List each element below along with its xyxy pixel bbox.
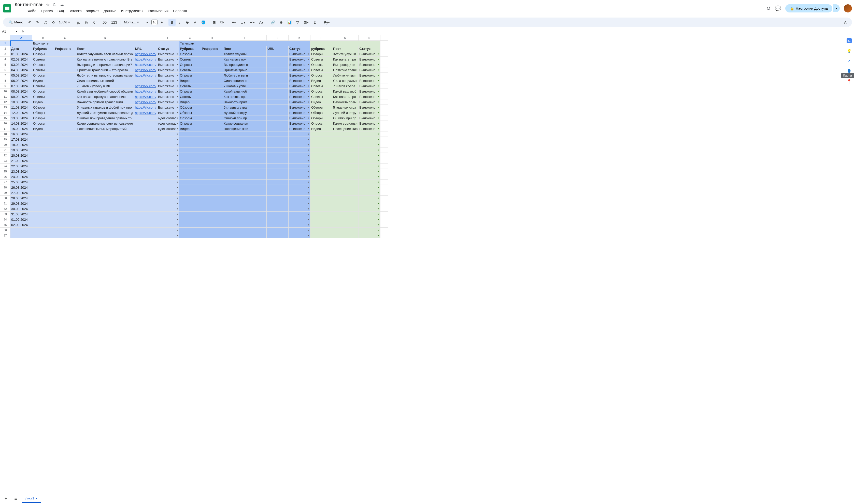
cell[interactable] [32,185,54,190]
cell-date[interactable]: 04.08.2024 [11,67,32,73]
cell-g-post[interactable]: Лучший инстру [332,110,359,115]
cell[interactable] [311,185,332,190]
cell-tg-post[interactable]: 5 главных стра [223,105,267,110]
cell[interactable] [32,142,54,147]
cell-status[interactable]: Выложено▼ [157,73,179,78]
cell-g-status[interactable]: Выложено▼ [359,73,380,78]
cell[interactable]: ▼ [289,190,311,196]
dropdown-arrow[interactable]: ▼ [176,208,178,210]
cell[interactable] [223,217,267,222]
dropdown-arrow[interactable]: ▼ [176,85,178,87]
cell[interactable]: ▼ [289,163,311,169]
cell[interactable] [311,169,332,174]
cell-post[interactable]: Какие социальные сети используете [76,121,134,126]
cell[interactable] [332,228,359,233]
cell-tg-status[interactable]: Выложено▼ [289,121,311,126]
cell[interactable] [332,190,359,196]
cell-url[interactable]: https://vk.com/ [134,57,157,62]
row-header-32[interactable]: 32 [0,206,11,212]
cell-tg-rubric[interactable]: Видео [179,78,201,84]
dropdown-arrow[interactable]: ▼ [378,112,380,114]
dropdown-arrow[interactable]: ▼ [176,64,178,66]
cell[interactable] [179,190,201,196]
sheets-logo[interactable] [3,4,11,13]
cell-date[interactable]: 07.08.2024 [11,84,32,89]
cell-tg-status[interactable]: Выложено▼ [289,62,311,67]
dropdown-arrow[interactable]: ▼ [176,213,178,215]
cell-tg-ref[interactable] [201,62,223,67]
cell[interactable] [179,228,201,233]
cell[interactable] [54,212,76,217]
history-icon[interactable]: ↺ [766,5,771,12]
dropdown-arrow[interactable]: ▼ [308,128,310,130]
cell-tg-ref[interactable] [201,67,223,73]
cell[interactable] [311,142,332,147]
dropdown-arrow[interactable]: ▼ [308,229,310,231]
cell[interactable] [32,153,54,158]
dropdown-arrow[interactable]: ▼ [308,224,310,226]
cell-g-rubric[interactable]: Обзоры [311,115,332,121]
dropdown-arrow[interactable]: ▼ [378,53,380,55]
cell-date[interactable]: 26.08.2024 [11,185,32,190]
row-header-24[interactable]: 24 [0,163,11,169]
row-header-36[interactable]: 36 [0,228,11,233]
cell[interactable] [76,222,134,228]
dropdown-arrow[interactable]: ▼ [176,224,178,226]
cell[interactable] [54,147,76,153]
cell[interactable] [267,163,289,169]
row-header-6[interactable]: 6 [0,67,11,73]
dropdown-arrow[interactable]: ▼ [176,96,178,98]
cell[interactable] [54,158,76,163]
dropdown-arrow[interactable]: ▼ [378,234,380,237]
cell-rubric[interactable]: Опросы [32,73,54,78]
cell[interactable] [54,190,76,196]
cell-date[interactable]: 11.08.2024 [11,105,32,110]
dropdown-arrow[interactable]: ▼ [378,192,380,194]
cell[interactable] [76,206,134,212]
cell-tg-url[interactable] [267,89,289,94]
cell-date[interactable]: 24.08.2024 [11,174,32,180]
cell-tg-url[interactable] [267,51,289,57]
cell-tg-post[interactable]: Ошибки при пр [223,115,267,121]
cell-tg-post[interactable]: Лучший инстру [223,110,267,115]
cell[interactable]: ▼ [289,169,311,174]
cell[interactable] [134,158,157,163]
dropdown-arrow[interactable]: ▼ [308,218,310,221]
cell[interactable] [134,142,157,147]
cell[interactable] [201,163,223,169]
cell-date[interactable]: 03.08.2024 [11,62,32,67]
dropdown-arrow[interactable]: ▼ [176,74,178,76]
cell[interactable]: ▼ [359,137,380,142]
dropdown-arrow[interactable]: ▼ [378,85,380,87]
cell-tg-ref[interactable] [201,73,223,78]
cell-tg-rubric[interactable]: Советы [179,94,201,100]
menu-данные[interactable]: Данные [102,8,119,14]
row-header-33[interactable]: 33 [0,212,11,217]
cell-tg-rubric[interactable]: Обзоры [179,110,201,115]
cell[interactable] [223,212,267,217]
hdr-date[interactable]: Дата [11,46,32,51]
cell[interactable]: ▼ [157,201,179,206]
cell-g-status[interactable]: Выложено▼ [359,84,380,89]
filter-views-button[interactable]: ⊡▾ [302,19,311,26]
redo-button[interactable]: ↷ [34,19,41,26]
dropdown-arrow[interactable]: ▼ [378,128,380,130]
cell[interactable]: ▼ [157,158,179,163]
cell[interactable] [32,206,54,212]
cell[interactable] [223,180,267,185]
cell[interactable]: ▼ [289,180,311,185]
cell[interactable] [332,201,359,206]
cell[interactable]: ▼ [289,201,311,206]
cell[interactable] [311,174,332,180]
cell[interactable] [179,217,201,222]
cell[interactable] [32,212,54,217]
cell[interactable] [267,190,289,196]
cell[interactable] [311,222,332,228]
cell-date[interactable]: 01.08.2024 [11,51,32,57]
dropdown-arrow[interactable]: ▼ [176,176,178,178]
cell[interactable] [201,217,223,222]
cell-ref[interactable] [54,105,76,110]
cell[interactable] [76,196,134,201]
cell[interactable]: ▼ [157,153,179,158]
dropdown-arrow[interactable]: ▼ [378,165,380,167]
